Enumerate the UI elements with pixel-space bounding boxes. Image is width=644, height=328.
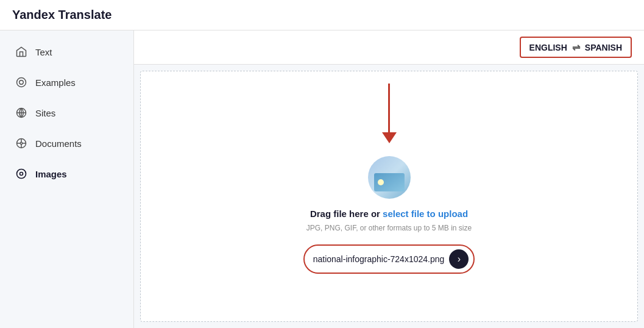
sidebar-item-sites[interactable]: Sites [0, 98, 133, 128]
sidebar-label-text: Text [35, 47, 52, 57]
sites-icon [15, 106, 28, 119]
main-layout: Text Examples Sites [0, 30, 644, 328]
go-icon: › [458, 254, 461, 265]
svg-point-1 [19, 80, 24, 85]
select-file-link[interactable]: select file to upload [383, 209, 468, 219]
sidebar-item-examples[interactable]: Examples [0, 67, 133, 98]
top-bar: ENGLISH ⇌ SPANISH [134, 30, 644, 65]
drop-arrow [382, 84, 397, 143]
arrow-head [382, 132, 397, 143]
examples-icon [15, 76, 28, 89]
content-area: ENGLISH ⇌ SPANISH Drag file here or sele… [134, 30, 644, 328]
sidebar-label-examples: Examples [35, 77, 76, 88]
svg-point-12 [20, 173, 22, 174]
images-icon [15, 167, 28, 180]
source-language: ENGLISH [529, 43, 567, 52]
sidebar-item-documents[interactable]: Documents [0, 128, 133, 159]
header: Yandex Translate [0, 0, 644, 30]
image-circle-icon [368, 156, 411, 199]
drop-main-text: Drag file here or [310, 209, 383, 219]
sidebar-label-sites: Sites [35, 108, 55, 118]
drop-text: Drag file here or select file to upload [310, 209, 468, 219]
sidebar-item-images[interactable]: Images [0, 159, 133, 189]
drop-icon [368, 156, 411, 199]
file-pill[interactable]: national-infographic-724x1024.png › [303, 244, 475, 274]
home-icon [15, 45, 28, 59]
target-language: SPANISH [585, 43, 622, 52]
sidebar-label-documents: Documents [35, 138, 82, 149]
dropzone[interactable]: Drag file here or select file to upload … [140, 71, 638, 322]
go-button[interactable]: › [449, 249, 469, 269]
sidebar-label-images: Images [35, 169, 67, 179]
sidebar-item-text[interactable]: Text [0, 37, 133, 67]
drop-subtext: JPG, PNG, GIF, or other formats up to 5 … [306, 223, 472, 234]
documents-icon [15, 137, 28, 150]
svg-point-0 [17, 78, 26, 87]
sidebar: Text Examples Sites [0, 30, 134, 328]
logo: Yandex Translate [12, 8, 111, 22]
arrow-line [388, 84, 390, 132]
language-selector[interactable]: ENGLISH ⇌ SPANISH [520, 37, 632, 58]
swap-icon[interactable]: ⇌ [572, 41, 580, 53]
svg-point-5 [20, 142, 22, 144]
file-name: national-infographic-724x1024.png [313, 254, 445, 264]
